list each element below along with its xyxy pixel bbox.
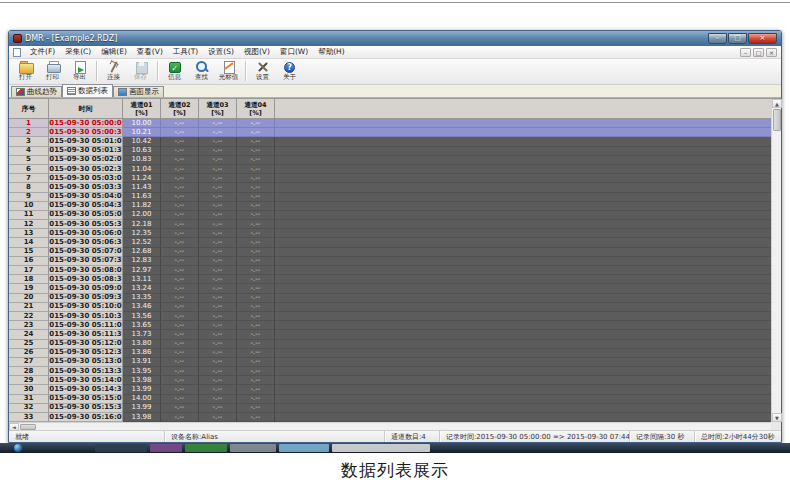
table-row[interactable]: 122015-09-30 05:05:3012.18-.---.---.-- [9, 220, 771, 229]
cursor-value-button[interactable]: 光标值 [215, 60, 242, 81]
title-bar[interactable]: DMR - [Example2.RDZ] – □ × [9, 31, 781, 46]
table-row[interactable]: 262015-09-30 05:12:3013.86-.---.---.-- [9, 349, 771, 358]
header-index[interactable]: 序号 [9, 99, 49, 119]
header-time[interactable]: 时间 [49, 99, 123, 119]
start-button-icon[interactable] [14, 444, 22, 452]
row-filler-cell [275, 220, 771, 229]
tab-data-list[interactable]: 数据列表 [62, 84, 113, 97]
connect-button[interactable]: 连接 [100, 60, 127, 81]
row-channel-4-cell: -.-- [237, 367, 275, 376]
mdi-close-button[interactable]: × [766, 48, 777, 57]
table-row[interactable]: 202015-09-30 05:09:3013.35-.---.---.-- [9, 294, 771, 303]
mdi-document-icon[interactable] [13, 48, 21, 57]
table-row[interactable]: 92015-09-30 05:04:0011.63-.---.---.-- [9, 193, 771, 202]
header-channel-04[interactable]: 通道04[%] [237, 99, 275, 119]
maximize-button[interactable]: □ [728, 33, 747, 44]
table-row[interactable]: 22015-09-30 05:00:3010.21-.---.---.-- [9, 128, 771, 137]
about-button[interactable]: 关于 [276, 60, 303, 81]
table-row[interactable]: 282015-09-30 05:13:3013.95-.---.---.-- [9, 367, 771, 376]
minimize-button[interactable]: – [708, 33, 727, 44]
header-channel-01[interactable]: 通道01[%] [123, 99, 161, 119]
mdi-minimize-button[interactable]: – [740, 48, 751, 57]
taskbar-button[interactable] [332, 444, 430, 452]
table-row[interactable]: 332015-09-30 05:16:0013.98-.---.---.-- [9, 413, 771, 422]
table-row[interactable]: 302015-09-30 05:14:3013.99-.---.---.-- [9, 385, 771, 394]
table-row[interactable]: 62015-09-30 05:02:3011.04-.---.---.-- [9, 165, 771, 174]
row-channel-2-cell: -.-- [161, 330, 199, 339]
table-row[interactable]: 152015-09-30 05:07:0012.68-.---.---.-- [9, 248, 771, 257]
vertical-scroll-thumb[interactable] [773, 109, 781, 131]
horizontal-scrollbar[interactable]: ◄ [9, 422, 771, 430]
info-button[interactable]: 信息 [161, 60, 188, 81]
row-time-cell: 2015-09-30 05:06:00 [49, 229, 123, 238]
mdi-restore-button[interactable]: □ [753, 48, 764, 57]
header-channel-02[interactable]: 通道02[%] [161, 99, 199, 119]
tab-screen-display[interactable]: 画面显示 [113, 86, 164, 97]
table-row[interactable]: 142015-09-30 05:06:3012.52-.---.---.-- [9, 238, 771, 247]
table-row[interactable]: 82015-09-30 05:03:3011.43-.---.---.-- [9, 183, 771, 192]
taskbar-button[interactable] [230, 444, 276, 452]
menu-tools[interactable]: 工具(T) [168, 47, 203, 57]
taskbar-button[interactable] [279, 444, 329, 452]
table-row[interactable]: 322015-09-30 05:15:3013.99-.---.---.-- [9, 404, 771, 413]
print-button[interactable]: 打印 [39, 60, 66, 81]
menu-settings[interactable]: 设置(S) [203, 47, 239, 57]
table-row[interactable]: 272015-09-30 05:13:0013.91-.---.---.-- [9, 358, 771, 367]
close-button[interactable]: × [748, 33, 777, 44]
menu-edit[interactable]: 编辑(E) [96, 47, 132, 57]
table-row[interactable]: 12015-09-30 05:00:0010.00-.---.---.-- [9, 119, 771, 128]
open-folder-icon [19, 61, 33, 73]
menu-view[interactable]: 查看(V) [132, 47, 168, 57]
table-row[interactable]: 292015-09-30 05:14:0013.98-.---.---.-- [9, 376, 771, 385]
taskbar-button[interactable] [185, 444, 227, 452]
search-button[interactable]: 查找 [188, 60, 215, 81]
table-row[interactable]: 242015-09-30 05:11:3013.73-.---.---.-- [9, 330, 771, 339]
row-index-cell: 24 [9, 330, 49, 339]
menu-file[interactable]: 文件(F) [25, 47, 60, 57]
table-row[interactable]: 232015-09-30 05:11:0013.65-.---.---.-- [9, 321, 771, 330]
table-row[interactable]: 72015-09-30 05:03:0011.24-.---.---.-- [9, 174, 771, 183]
row-filler-cell [275, 349, 771, 358]
vertical-scrollbar[interactable]: ▲ ▼ [771, 99, 781, 422]
row-channel-3-cell: -.-- [199, 266, 237, 275]
export-button[interactable]: 导出 [66, 60, 93, 81]
table-row[interactable]: 192015-09-30 05:09:0013.24-.---.---.-- [9, 284, 771, 293]
open-button[interactable]: 打开 [12, 60, 39, 81]
row-filler-cell [275, 330, 771, 339]
settings-button[interactable]: 设置 [249, 60, 276, 81]
table-row[interactable]: 112015-09-30 05:05:0012.00-.---.---.-- [9, 211, 771, 220]
table-row[interactable]: 312015-09-30 05:15:0014.00-.---.---.-- [9, 395, 771, 404]
table-row[interactable]: 102015-09-30 05:04:3011.82-.---.---.-- [9, 202, 771, 211]
scroll-down-arrow-icon[interactable]: ▼ [772, 413, 782, 422]
horizontal-scroll-thumb[interactable] [20, 424, 36, 430]
table-row[interactable]: 132015-09-30 05:06:0012.35-.---.---.-- [9, 229, 771, 238]
tab-curve-trend[interactable]: 曲线趋势 [11, 86, 62, 97]
row-channel-4-cell: -.-- [237, 330, 275, 339]
row-time-cell: 2015-09-30 05:09:30 [49, 294, 123, 303]
windows-taskbar[interactable] [0, 443, 790, 453]
table-row[interactable]: 52015-09-30 05:02:0010.83-.---.---.-- [9, 156, 771, 165]
search-icon [195, 61, 209, 73]
table-row[interactable]: 182015-09-30 05:08:3013.11-.---.---.-- [9, 275, 771, 284]
row-time-cell: 2015-09-30 05:13:30 [49, 367, 123, 376]
taskbar-button[interactable] [150, 444, 182, 452]
scroll-up-arrow-icon[interactable]: ▲ [772, 99, 782, 108]
row-index-cell: 16 [9, 257, 49, 266]
menu-help[interactable]: 帮助(H) [313, 47, 350, 57]
header-channel-03[interactable]: 通道03[%] [199, 99, 237, 119]
menu-display[interactable]: 视图(V) [239, 47, 275, 57]
table-row[interactable]: 162015-09-30 05:07:3012.83-.---.---.-- [9, 257, 771, 266]
table-row[interactable]: 32015-09-30 05:01:0010.42-.---.---.-- [9, 137, 771, 146]
scroll-left-arrow-icon[interactable]: ◄ [9, 423, 19, 431]
menu-acquire[interactable]: 采集(C) [60, 47, 96, 57]
table-row[interactable]: 42015-09-30 05:01:3010.63-.---.---.-- [9, 147, 771, 156]
toolbar-separator [245, 61, 246, 81]
row-time-cell: 2015-09-30 05:00:30 [49, 128, 123, 137]
table-row[interactable]: 212015-09-30 05:10:0013.46-.---.---.-- [9, 303, 771, 312]
table-row[interactable]: 172015-09-30 05:08:0012.97-.---.---.-- [9, 266, 771, 275]
taskbar-button[interactable] [95, 444, 147, 452]
menu-window[interactable]: 窗口(W) [275, 47, 313, 57]
table-row[interactable]: 252015-09-30 05:12:0013.80-.---.---.-- [9, 340, 771, 349]
row-channel-2-cell: -.-- [161, 183, 199, 192]
table-row[interactable]: 222015-09-30 05:10:3013.56-.---.---.-- [9, 312, 771, 321]
